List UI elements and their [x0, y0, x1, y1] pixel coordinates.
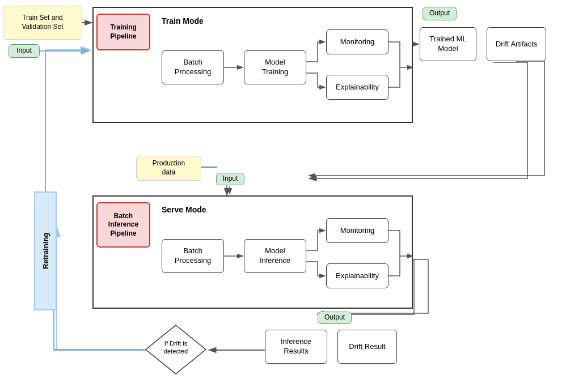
train-set-label: Train Set and Validation Set — [22, 14, 63, 31]
production-data-label: Production data — [153, 159, 185, 177]
input-box-2: Input — [216, 173, 244, 185]
inference-results-label: Inference Results — [281, 337, 311, 356]
drift-result-label: Drift Result — [349, 342, 385, 352]
svg-text:If Drift is: If Drift is — [164, 340, 188, 347]
batch-inference-pipeline-container: Batch Inference Pipeline Serve Mode Batc… — [92, 195, 413, 309]
diagram: Train Set and Validation Set Input Train… — [0, 0, 587, 392]
input-box-1: Input — [9, 44, 40, 58]
trained-ml-model-box: Trained ML Model — [420, 27, 476, 61]
drift-artifacts-box: Drift Artifacts — [487, 27, 546, 61]
training-pipeline-container: Training Pipeline Train Mode Batch Proce… — [92, 7, 413, 123]
retraining-label: Retraining — [41, 233, 50, 269]
input-label-2: Input — [223, 174, 238, 184]
trained-ml-model-label: Trained ML Model — [429, 35, 466, 54]
output-text-2: Output — [324, 313, 345, 322]
output-label-1: Output — [423, 7, 457, 20]
output-text-1: Output — [429, 9, 450, 18]
production-data-box: Production data — [136, 156, 201, 181]
diamond-svg: If Drift is detected — [145, 324, 207, 375]
internal-arrows-1 — [94, 8, 414, 124]
internal-arrows-2 — [94, 197, 414, 310]
output-label-2: Output — [318, 312, 352, 324]
svg-text:detected: detected — [164, 348, 188, 355]
retraining-box: Retraining — [34, 191, 57, 310]
drift-artifacts-label: Drift Artifacts — [496, 40, 538, 49]
train-set-validation-box: Train Set and Validation Set — [3, 6, 82, 40]
input-label-1: Input — [16, 46, 32, 56]
inference-results-box: Inference Results — [265, 330, 327, 364]
drift-detected-diamond: If Drift is detected — [145, 324, 207, 375]
drift-result-box: Drift Result — [337, 330, 397, 364]
